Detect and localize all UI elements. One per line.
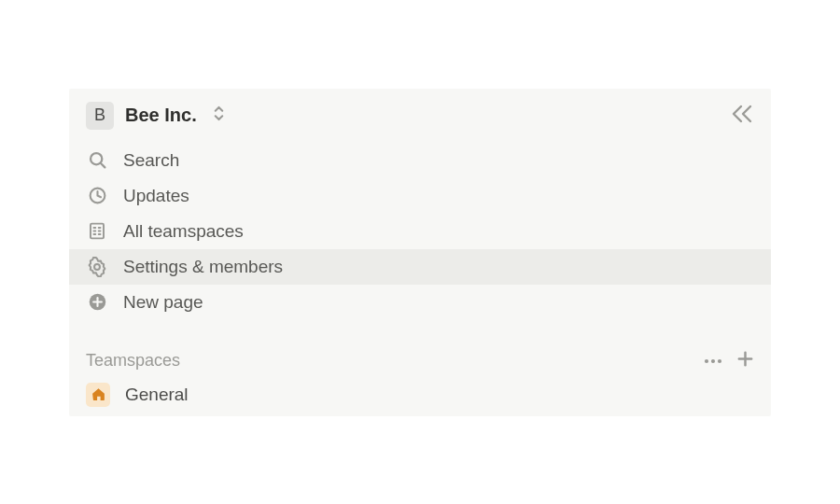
add-teamspace-button[interactable] <box>736 350 754 371</box>
building-icon <box>86 220 108 243</box>
collapse-sidebar-button[interactable] <box>730 103 754 129</box>
nav-label: New page <box>123 292 203 313</box>
chevron-up-down-icon <box>212 105 226 125</box>
nav-updates[interactable]: Updates <box>69 178 771 214</box>
home-icon <box>86 383 110 407</box>
nav-new-page[interactable]: New page <box>69 285 771 320</box>
svg-rect-3 <box>91 224 104 239</box>
teamspaces-section-title[interactable]: Teamspaces <box>86 351 180 371</box>
nav-all-teamspaces[interactable]: All teamspaces <box>69 214 771 249</box>
search-icon <box>86 149 108 172</box>
workspace-initial-icon: B <box>86 102 114 130</box>
nav-label: Settings & members <box>123 257 283 277</box>
teamspace-label: General <box>125 385 189 405</box>
workspace-switcher-row: B Bee Inc. <box>69 96 771 143</box>
svg-point-16 <box>718 359 721 363</box>
teamspace-item-general[interactable]: General <box>69 377 771 416</box>
nav-label: Updates <box>123 186 189 206</box>
svg-point-15 <box>711 359 715 363</box>
more-icon[interactable] <box>703 352 723 369</box>
nav-label: Search <box>123 150 179 171</box>
nav-settings-members[interactable]: Settings & members <box>69 249 771 285</box>
workspace-name: Bee Inc. <box>125 105 197 126</box>
svg-point-14 <box>705 359 708 363</box>
svg-line-1 <box>101 163 105 167</box>
teamspaces-section-header: Teamspaces <box>69 344 771 377</box>
clock-icon <box>86 185 108 207</box>
sidebar: B Bee Inc. Search <box>69 89 771 416</box>
nav-search[interactable]: Search <box>69 143 771 178</box>
gear-icon <box>86 256 108 278</box>
workspace-switcher[interactable]: B Bee Inc. <box>86 102 226 130</box>
svg-point-10 <box>94 264 100 270</box>
nav-label: All teamspaces <box>123 221 244 242</box>
plus-circle-icon <box>86 291 108 314</box>
